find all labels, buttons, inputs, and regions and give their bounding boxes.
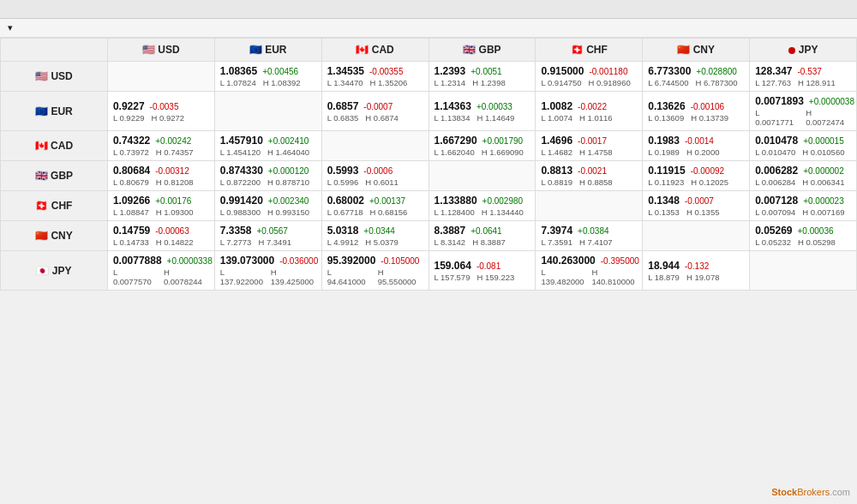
- low-label: L 0.05232: [755, 237, 791, 247]
- spot-rate-button[interactable]: ▾: [5, 22, 13, 33]
- cell-bottom: L 0.010470 H 0.010560: [755, 147, 851, 157]
- main-value: 0.11915: [648, 165, 685, 177]
- nav-calendar[interactable]: [75, 8, 87, 11]
- cell-top: 18.944 -0.132: [648, 260, 744, 272]
- nav-chart4[interactable]: [159, 8, 171, 11]
- cell-top: 0.13626 -0.00106: [648, 100, 744, 112]
- main-value: 0.80684: [113, 165, 150, 177]
- high-label: H 95.550000: [378, 267, 423, 286]
- cell-top: 0.1348 -0.0007: [648, 195, 744, 207]
- nav-notes[interactable]: [99, 8, 111, 11]
- high-label: H 1.0116: [579, 113, 613, 123]
- change-value: +0.002410: [268, 136, 309, 146]
- low-label: L 7.2773: [220, 237, 252, 247]
- cell-inner: 8.3887 +0.0641 L 8.3142 H 8.3887: [434, 225, 530, 247]
- low-label: L 0.67718: [327, 207, 363, 217]
- nav-chart3[interactable]: [147, 8, 159, 11]
- nav-screener[interactable]: [123, 8, 135, 11]
- cell-eur-jpy: 0.0071893 +0.0000038 L 0.0071771 H 0.007…: [750, 92, 857, 131]
- main-value: 0.8813: [541, 165, 572, 177]
- change-value: -0.00355: [369, 67, 403, 76]
- cell-bottom: L 0.872200 H 0.878710: [220, 177, 316, 187]
- change-value: -0.0035: [150, 102, 179, 111]
- cell-inner: 0.006282 +0.000002 L 0.006284 H 0.006341: [755, 165, 851, 187]
- nav-watchlist[interactable]: [135, 8, 147, 11]
- col-header-cad: 🇨🇦 CAD: [321, 39, 428, 62]
- cell-bottom: L 0.80679 H 0.81208: [113, 177, 209, 187]
- low-label: L 1.08847: [113, 207, 149, 217]
- cell-bottom: L 0.988300 H 0.993150: [220, 207, 316, 217]
- flag-icon: 🇪🇺: [35, 105, 51, 117]
- change-value: +0.0384: [578, 226, 608, 236]
- main-value: 0.74322: [113, 135, 150, 147]
- nav-chart2[interactable]: [27, 8, 39, 11]
- main-value: 1.667290: [434, 135, 477, 147]
- cell-top: 0.8813 -0.0021: [541, 165, 637, 177]
- cell-top: 0.010478 +0.000015: [755, 135, 851, 147]
- cell-bottom: L 7.3591 H 7.4107: [541, 237, 637, 247]
- low-label: L 0.8819: [541, 177, 572, 187]
- cell-inner: 1.34535 -0.00355 L 1.34470 H 1.35206: [327, 65, 423, 87]
- nav-chart1[interactable]: [3, 8, 15, 11]
- nav-fundamentals2[interactable]: [87, 8, 99, 11]
- change-value: -0.0006: [363, 166, 393, 176]
- high-label: H 1.35206: [370, 78, 408, 87]
- flag-icon: 🇬🇧: [35, 170, 51, 182]
- nav-news[interactable]: [111, 8, 123, 11]
- cell-bottom: L 4.9912 H 5.0379: [327, 237, 423, 247]
- main-value: 95.392000: [327, 255, 376, 267]
- nav-options2[interactable]: [171, 8, 183, 11]
- nav-data-table[interactable]: [15, 8, 27, 11]
- cell-cny-jpy: 0.05269 +0.00036 L 0.05232 H 0.05298: [750, 221, 857, 251]
- high-label: H 0.68156: [370, 207, 408, 217]
- cell-top: 140.263000 -0.395000: [541, 255, 637, 267]
- main-value: 18.944: [648, 260, 680, 272]
- nav-add-tab[interactable]: [195, 8, 202, 11]
- cell-usd-jpy: 128.347 -0.537 L 127.763 H 128.911: [750, 62, 857, 92]
- cell-top: 128.347 -0.537: [755, 65, 851, 77]
- dot-icon: [788, 47, 795, 54]
- cell-bottom: L 1.662040 H 1.669090: [434, 147, 530, 157]
- nav-level2[interactable]: [183, 8, 195, 11]
- cell-inner: 0.0077888 +0.0000338 L 0.0077570 H 0.007…: [113, 255, 209, 286]
- cell-gbp-usd: 0.80684 -0.00312 L 0.80679 H 0.81208: [107, 161, 214, 191]
- cell-gbp-gbp: [428, 161, 536, 191]
- cell-bottom: L 127.763 H 128.911: [755, 78, 851, 87]
- low-label: L 1.454120: [220, 147, 261, 157]
- main-value: 1.08365: [220, 65, 257, 77]
- cell-inner: 0.5993 -0.0006 L 0.5996 H 0.6011: [327, 165, 423, 187]
- cell-jpy-usd: 0.0077888 +0.0000338 L 0.0077570 H 0.007…: [107, 251, 214, 291]
- cell-inner: 159.064 -0.081 L 157.579 H 159.223: [434, 260, 530, 282]
- low-label: L 6.744500: [648, 78, 688, 87]
- main-value: 128.347: [755, 65, 792, 77]
- nav-options1[interactable]: [63, 8, 75, 11]
- cell-cad-cad: [321, 131, 428, 161]
- nav-forex[interactable]: [39, 8, 51, 11]
- row-label: EUR: [51, 105, 72, 117]
- cell-top: 1.667290 +0.001790: [434, 135, 530, 147]
- change-value: -0.0007: [363, 102, 393, 111]
- low-label: L 0.1989: [648, 147, 680, 157]
- low-label: L 0.914750: [541, 78, 581, 87]
- low-label: L 0.9229: [113, 113, 145, 123]
- low-label: L 0.007094: [755, 207, 795, 217]
- change-value: +0.002340: [268, 196, 309, 206]
- cell-cad-jpy: 0.010478 +0.000015 L 0.010470 H 0.010560: [750, 131, 857, 161]
- nav-fundamentals1[interactable]: [51, 8, 63, 11]
- change-value: +0.0051: [470, 67, 501, 76]
- cell-bottom: L 0.1989 H 0.2000: [648, 147, 744, 157]
- cell-usd-chf: 0.915000 -0.001180 L 0.914750 H 0.918960: [536, 62, 643, 92]
- flag-icon: 🇨🇭: [571, 44, 586, 56]
- main-value: 0.0071893: [755, 95, 804, 107]
- low-label: L 0.0077570: [113, 267, 157, 286]
- cell-bottom: L 0.914750 H 0.918960: [541, 78, 637, 87]
- low-label: L 0.1353: [648, 207, 680, 217]
- main-value: 0.68002: [327, 195, 364, 207]
- flag-icon: 🇺🇸: [142, 44, 158, 56]
- cell-cad-cny: 0.1983 -0.0014 L 0.1989 H 0.2000: [643, 131, 750, 161]
- cell-usd-usd: [107, 62, 214, 92]
- cell-cad-chf: 1.4696 -0.0017 L 1.4682 H 1.4758: [536, 131, 643, 161]
- low-label: L 1.662040: [434, 147, 475, 157]
- cell-eur-cny: 0.13626 -0.00106 L 0.13609 H 0.13739: [643, 92, 750, 131]
- low-label: L 0.5996: [327, 177, 359, 187]
